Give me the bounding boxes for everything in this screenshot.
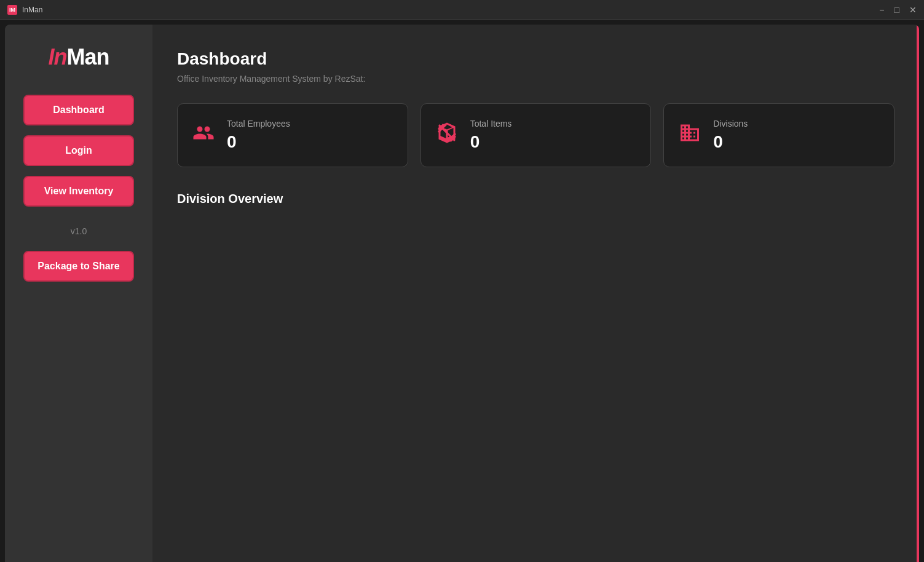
logo-man: Man <box>67 44 109 69</box>
stat-info-divisions: Divisions 0 <box>713 119 748 152</box>
login-button[interactable]: Login <box>23 135 134 166</box>
title-bar-left: IM InMan <box>7 5 42 15</box>
employees-value: 0 <box>227 132 290 152</box>
minimize-button[interactable]: − <box>879 6 884 14</box>
divisions-icon <box>679 122 701 149</box>
view-inventory-button[interactable]: View Inventory <box>23 176 134 207</box>
maximize-button[interactable]: □ <box>894 6 899 14</box>
divisions-label: Divisions <box>713 119 748 129</box>
scroll-indicator <box>917 25 919 562</box>
stat-card-divisions: Divisions 0 <box>663 103 894 167</box>
divisions-value: 0 <box>713 132 748 152</box>
stat-info-employees: Total Employees 0 <box>227 119 290 152</box>
version-label: v1.0 <box>71 226 87 236</box>
page-subtitle: Office Inventory Management System by Re… <box>177 74 894 84</box>
page-title: Dashboard <box>177 49 894 69</box>
stats-row: Total Employees 0 Total Items 0 <box>177 103 894 167</box>
window-controls[interactable]: − □ ✕ <box>879 6 917 14</box>
package-to-share-button[interactable]: Package to Share <box>23 251 134 282</box>
employees-label: Total Employees <box>227 119 290 129</box>
employees-icon <box>192 122 215 149</box>
items-label: Total Items <box>470 119 512 129</box>
app-icon: IM <box>7 5 17 15</box>
logo-in: In <box>49 44 67 69</box>
app-title: InMan <box>22 6 42 14</box>
items-icon <box>436 122 458 149</box>
main-content: Dashboard Office Inventory Management Sy… <box>152 25 919 562</box>
app-window: InMan Dashboard Login View Inventory v1.… <box>5 25 919 562</box>
items-value: 0 <box>470 132 512 152</box>
close-button[interactable]: ✕ <box>909 6 917 14</box>
stat-card-items: Total Items 0 <box>421 103 652 167</box>
stat-info-items: Total Items 0 <box>470 119 512 152</box>
dashboard-button[interactable]: Dashboard <box>23 95 134 125</box>
division-overview-title: Division Overview <box>177 192 894 206</box>
sidebar: InMan Dashboard Login View Inventory v1.… <box>5 25 152 562</box>
title-bar: IM InMan − □ ✕ <box>0 0 924 20</box>
logo: InMan <box>49 44 109 70</box>
stat-card-employees: Total Employees 0 <box>177 103 408 167</box>
